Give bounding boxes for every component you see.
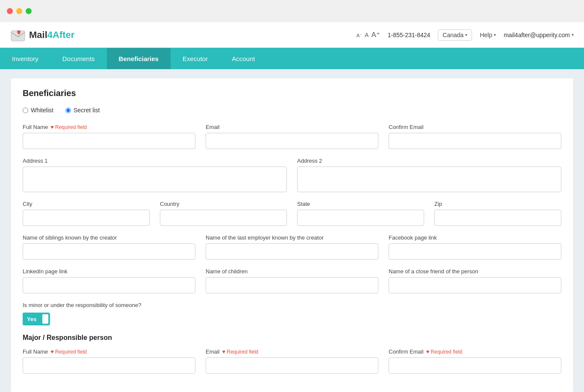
zip-group: Zip xyxy=(434,201,561,226)
major-confirm-email-required-badge: ♥ Required field xyxy=(426,348,463,355)
major-section-title: Major / Responsible person xyxy=(23,334,561,342)
confirm-email-label: Confirm Email xyxy=(389,124,561,130)
whitelist-radio[interactable] xyxy=(23,108,28,113)
help-chevron-icon: ▾ xyxy=(494,32,496,37)
help-dropdown[interactable]: Help ▾ xyxy=(480,32,496,38)
address2-label: Address 2 xyxy=(297,158,561,164)
city-label: City xyxy=(23,201,150,207)
linkedin-group: LinkedIn page link xyxy=(23,268,195,293)
traffic-light-red[interactable] xyxy=(7,8,13,14)
full-name-label: Full Name ♥ Required field xyxy=(23,124,195,130)
city-input[interactable] xyxy=(23,210,150,226)
secret-list-option[interactable]: Secret list xyxy=(65,107,100,114)
font-size-controls: A⁻ A A⁺ xyxy=(357,30,380,39)
main-content: Beneficiaries Whitelist Secret list Full… xyxy=(0,69,584,392)
traffic-light-green[interactable] xyxy=(26,8,32,14)
logo-text-4after: 4After xyxy=(47,29,75,40)
country-label: Canada xyxy=(442,32,463,38)
header: Mail4After A⁻ A A⁺ 1-855-231-8424 Canada… xyxy=(0,22,584,48)
major-confirm-email-label: Confirm Email ♥ Required field xyxy=(389,348,561,355)
logo-icon xyxy=(10,27,26,43)
close-friend-group: Name of a close friend of the person xyxy=(389,268,561,293)
title-bar xyxy=(0,0,584,22)
font-normal-button[interactable]: A xyxy=(365,32,369,38)
whitelist-option[interactable]: Whitelist xyxy=(23,107,53,114)
major-confirm-heart-icon: ♥ xyxy=(426,348,430,355)
close-friend-label: Name of a close friend of the person xyxy=(389,268,561,275)
form-row-4: Name of siblings known by the creator Na… xyxy=(23,234,561,260)
major-full-name-input[interactable] xyxy=(23,357,195,374)
user-email: mail4after@upperity.com xyxy=(504,32,570,38)
last-employer-label: Name of the last employer known by the c… xyxy=(206,234,378,241)
list-type-radio-group: Whitelist Secret list xyxy=(23,107,561,114)
siblings-label: Name of siblings known by the creator xyxy=(23,234,195,241)
country-dropdown[interactable]: Canada ▾ xyxy=(438,29,472,41)
facebook-label: Facebook page link xyxy=(389,234,561,241)
country-input[interactable] xyxy=(160,210,287,226)
major-confirm-email-input[interactable] xyxy=(389,357,561,374)
major-full-name-required-badge: ♥ Required field xyxy=(50,348,87,355)
close-friend-input[interactable] xyxy=(389,277,561,293)
logo-text-mail: Mail xyxy=(29,29,47,40)
address1-input[interactable] xyxy=(23,167,287,192)
city-group: City xyxy=(23,201,150,226)
email-label: Email xyxy=(206,124,378,130)
logo: Mail4After xyxy=(10,27,74,43)
nav-item-account[interactable]: Account xyxy=(220,48,267,69)
toggle-yes-label: Yes xyxy=(23,313,41,325)
major-email-input[interactable] xyxy=(206,357,378,374)
logo-text: Mail4After xyxy=(29,29,74,41)
children-group: Name of children xyxy=(206,268,378,293)
full-name-group: Full Name ♥ Required field xyxy=(23,124,195,149)
zip-label: Zip xyxy=(434,201,561,207)
confirm-email-input[interactable] xyxy=(389,133,561,149)
last-employer-input[interactable] xyxy=(206,243,378,260)
children-label: Name of children xyxy=(206,268,378,275)
full-name-input[interactable] xyxy=(23,133,195,149)
toggle-no-indicator xyxy=(42,314,48,324)
nav-item-beneficiaries[interactable]: Beneficiaries xyxy=(107,48,171,69)
help-label: Help xyxy=(480,32,492,38)
form-row-3: City Country State Zip xyxy=(23,201,561,226)
address1-group: Address 1 xyxy=(23,158,287,192)
children-input[interactable] xyxy=(206,277,378,293)
state-group: State xyxy=(297,201,424,226)
form-row-major: Full Name ♥ Required field Email ♥ Requi… xyxy=(23,348,561,374)
form-row-1: Full Name ♥ Required field Email Confirm… xyxy=(23,124,561,149)
address2-input[interactable] xyxy=(297,167,561,192)
nav-item-documents[interactable]: Documents xyxy=(50,48,107,69)
facebook-group: Facebook page link xyxy=(389,234,561,260)
major-email-group: Email ♥ Required field xyxy=(206,348,378,374)
traffic-light-yellow[interactable] xyxy=(16,8,22,14)
zip-input[interactable] xyxy=(434,210,561,226)
font-increase-button[interactable]: A⁺ xyxy=(371,30,380,39)
minor-toggle[interactable]: Yes xyxy=(23,313,50,325)
secret-list-label: Secret list xyxy=(74,107,100,114)
siblings-input[interactable] xyxy=(23,243,195,260)
email-input[interactable] xyxy=(206,133,378,149)
page-title: Beneficiaries xyxy=(23,88,561,98)
major-email-label: Email ♥ Required field xyxy=(206,348,378,355)
nav-item-executor[interactable]: Executor xyxy=(171,48,220,69)
font-decrease-button[interactable]: A⁻ xyxy=(357,33,362,38)
secret-list-radio[interactable] xyxy=(65,108,71,113)
nav-item-inventory[interactable]: Inventory xyxy=(0,48,50,69)
user-email-dropdown[interactable]: mail4after@upperity.com ▾ xyxy=(504,32,574,38)
country-group: Country xyxy=(160,201,287,226)
major-heart-icon: ♥ xyxy=(50,348,54,355)
main-nav: Inventory Documents Beneficiaries Execut… xyxy=(0,48,584,69)
address2-group: Address 2 xyxy=(297,158,561,192)
major-confirm-email-group: Confirm Email ♥ Required field xyxy=(389,348,561,374)
state-input[interactable] xyxy=(297,210,424,226)
major-full-name-group: Full Name ♥ Required field xyxy=(23,348,195,374)
last-employer-group: Name of the last employer known by the c… xyxy=(206,234,378,260)
minor-section: Is minor or under the responsibility of … xyxy=(23,302,561,325)
beneficiaries-card: Beneficiaries Whitelist Secret list Full… xyxy=(10,78,574,392)
major-full-name-label: Full Name ♥ Required field xyxy=(23,348,195,355)
email-chevron-icon: ▾ xyxy=(572,32,574,37)
major-email-heart-icon: ♥ xyxy=(222,348,226,355)
heart-icon: ♥ xyxy=(50,124,54,130)
linkedin-input[interactable] xyxy=(23,277,195,293)
facebook-input[interactable] xyxy=(389,243,561,260)
siblings-group: Name of siblings known by the creator xyxy=(23,234,195,260)
